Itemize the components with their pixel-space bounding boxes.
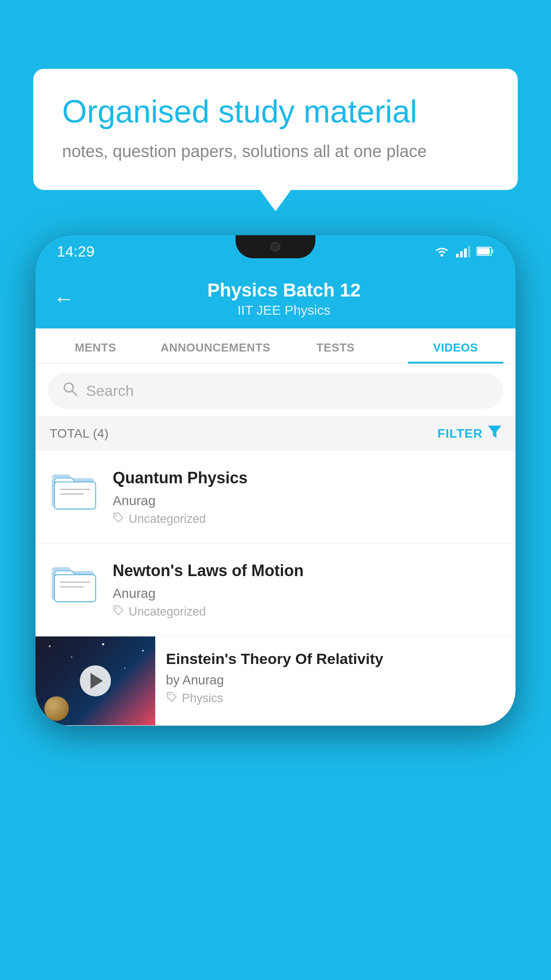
video-list: Quantum Physics Anurag Uncategorized	[35, 451, 516, 726]
tag-icon	[166, 691, 177, 706]
speech-bubble-title: Organised study material	[62, 93, 489, 130]
folder-icon	[50, 468, 98, 510]
video-title: Einstein's Theory Of Relativity	[166, 649, 505, 668]
svg-rect-7	[477, 248, 490, 254]
search-placeholder: Search	[86, 382, 134, 399]
video-author: Anurag	[113, 586, 501, 601]
total-count: TOTAL (4)	[50, 427, 109, 441]
svg-rect-2	[460, 251, 463, 257]
filter-label: FILTER	[437, 427, 483, 441]
svg-marker-10	[488, 426, 501, 438]
status-icons	[434, 245, 494, 257]
svg-rect-6	[492, 249, 493, 253]
filter-icon	[488, 426, 501, 441]
video-info: Quantum Physics Anurag Uncategorized	[113, 468, 501, 526]
list-item[interactable]: Einstein's Theory Of Relativity by Anura…	[35, 636, 516, 726]
video-title: Newton's Laws of Motion	[113, 561, 501, 581]
tab-tests[interactable]: TESTS	[276, 328, 396, 364]
svg-point-0	[441, 254, 443, 257]
tabs: MENTS ANNOUNCEMENTS TESTS VIDEOS	[35, 328, 516, 364]
tag-label: Physics	[182, 692, 223, 705]
video-tag: Uncategorized	[113, 512, 501, 526]
video-title: Quantum Physics	[113, 468, 501, 489]
search-container: Search	[35, 364, 516, 416]
list-item[interactable]: Newton's Laws of Motion Anurag Uncategor…	[35, 544, 516, 636]
tab-announcements[interactable]: ANNOUNCEMENTS	[156, 328, 276, 364]
search-bar[interactable]: Search	[48, 373, 503, 409]
svg-rect-3	[464, 249, 467, 257]
speech-bubble: Organised study material notes, question…	[33, 69, 518, 190]
svg-rect-12	[55, 482, 96, 509]
svg-point-20	[115, 607, 117, 609]
app-header: ← Physics Batch 12 IIT JEE Physics	[35, 267, 516, 328]
signal-icon	[456, 245, 470, 257]
video-author: by Anurag	[166, 673, 505, 688]
folder-icon	[50, 561, 98, 603]
list-item[interactable]: Quantum Physics Anurag Uncategorized	[35, 451, 516, 544]
tag-label: Uncategorized	[129, 512, 206, 526]
svg-line-9	[72, 391, 77, 395]
header-title-block: Physics Batch 12 IIT JEE Physics	[88, 280, 480, 318]
tab-ments[interactable]: MENTS	[35, 328, 156, 364]
header-subtitle: IIT JEE Physics	[88, 303, 480, 318]
video-author: Anurag	[113, 493, 501, 508]
tag-label: Uncategorized	[129, 605, 206, 619]
tag-icon	[113, 605, 124, 619]
video-info: Newton's Laws of Motion Anurag Uncategor…	[113, 561, 501, 619]
phone: 14:29	[35, 235, 516, 726]
svg-rect-17	[55, 574, 96, 601]
camera	[271, 242, 280, 252]
back-button[interactable]: ←	[53, 288, 75, 309]
filter-row: TOTAL (4) FILTER	[35, 416, 516, 451]
video-tag: Physics	[166, 691, 505, 706]
notch	[236, 235, 315, 258]
video-tag: Uncategorized	[113, 605, 501, 619]
wifi-icon	[434, 245, 450, 257]
search-icon	[62, 381, 78, 401]
svg-point-21	[169, 694, 170, 695]
video-thumbnail	[35, 636, 155, 725]
speech-bubble-subtitle: notes, question papers, solutions all at…	[62, 140, 489, 163]
header-title: Physics Batch 12	[88, 280, 480, 301]
tab-videos[interactable]: VIDEOS	[396, 328, 516, 364]
filter-button[interactable]: FILTER	[437, 426, 501, 441]
svg-rect-4	[468, 246, 470, 257]
phone-wrapper: 14:29	[35, 235, 516, 980]
svg-rect-1	[456, 254, 459, 257]
battery-icon	[476, 246, 494, 256]
speech-bubble-container: Organised study material notes, question…	[33, 69, 518, 190]
video-info: Einstein's Theory Of Relativity by Anura…	[155, 636, 516, 718]
play-button[interactable]	[80, 665, 111, 696]
tag-icon	[113, 512, 124, 526]
svg-point-15	[115, 514, 117, 516]
status-time: 14:29	[57, 243, 94, 260]
